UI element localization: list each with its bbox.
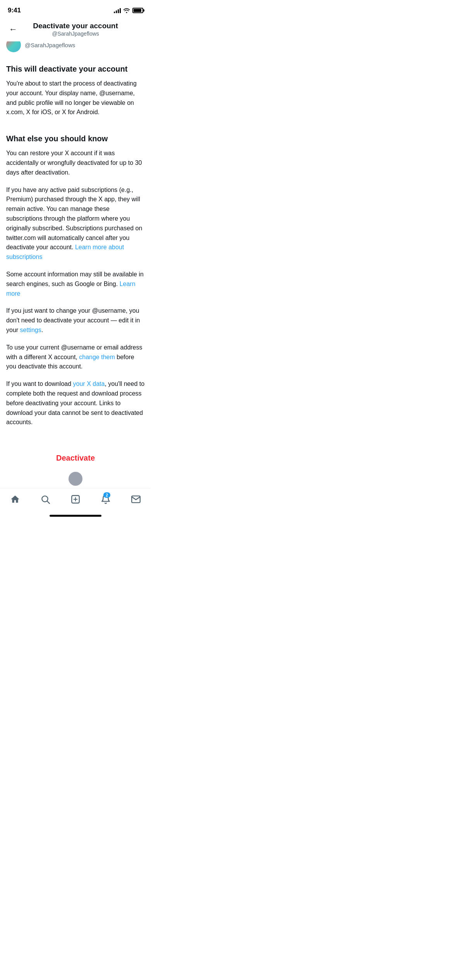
- deactivate-section: Deactivate: [0, 443, 151, 470]
- home-indicator-bar: [50, 515, 101, 517]
- profile-handle: @SarahJpageflows: [25, 42, 75, 48]
- nav-messages[interactable]: [121, 492, 151, 507]
- deactivate-button[interactable]: Deactivate: [47, 451, 104, 466]
- back-button[interactable]: ←: [6, 22, 20, 36]
- back-arrow-icon: ←: [9, 24, 17, 34]
- section1-title: This will deactivate your account: [6, 65, 145, 74]
- para1: You can restore your X account if it was…: [6, 149, 145, 177]
- bottom-nav: 2: [0, 488, 151, 512]
- para6-text-post: , you'll need to complete both the reque…: [6, 380, 144, 425]
- para2-text: If you have any active paid subscription…: [6, 187, 142, 251]
- notification-badge: 2: [103, 492, 110, 498]
- para4-text-post: .: [41, 327, 43, 333]
- settings-link[interactable]: settings: [20, 327, 41, 333]
- para6-text-pre: If you want to download: [6, 380, 73, 387]
- svg-line-1: [47, 501, 50, 504]
- para3: Some account information may still be av…: [6, 270, 145, 298]
- main-content: This will deactivate your account You're…: [0, 57, 151, 443]
- search-icon: [40, 494, 51, 505]
- change-them-link[interactable]: change them: [79, 354, 115, 360]
- avatar: [6, 41, 21, 52]
- nav-search[interactable]: [30, 492, 60, 507]
- nav-compose[interactable]: [60, 492, 91, 507]
- para6: If you want to download your X data, you…: [6, 379, 145, 427]
- section2-title: What else you should know: [6, 134, 145, 143]
- your-x-data-link[interactable]: your X data: [73, 380, 105, 387]
- status-bar: 9:41: [0, 0, 151, 19]
- status-time: 9:41: [8, 7, 21, 14]
- account-handle: @SarahJpageflows: [6, 31, 145, 37]
- battery-icon: [132, 8, 143, 13]
- nav-notifications[interactable]: 2: [91, 492, 121, 507]
- profile-strip: @SarahJpageflows: [0, 41, 151, 57]
- page-title: Deactivate your account: [6, 22, 145, 30]
- header: ← Deactivate your account @SarahJpageflo…: [0, 19, 151, 41]
- section1-body: You're about to start the process of dea…: [6, 79, 145, 117]
- signal-bars-icon: [114, 8, 121, 13]
- para5: To use your current @username or email a…: [6, 343, 145, 372]
- messages-icon: [130, 494, 141, 505]
- para2: If you have any active paid subscription…: [6, 185, 145, 262]
- nav-home[interactable]: [0, 492, 30, 507]
- status-icons: [114, 8, 143, 13]
- wifi-icon: [123, 8, 130, 13]
- para4: If you just want to change your @usernam…: [6, 306, 145, 335]
- home-icon: [10, 494, 21, 505]
- header-title-block: Deactivate your account @SarahJpageflows: [6, 22, 145, 37]
- home-indicator-dot: [69, 472, 82, 486]
- compose-icon: [70, 494, 81, 505]
